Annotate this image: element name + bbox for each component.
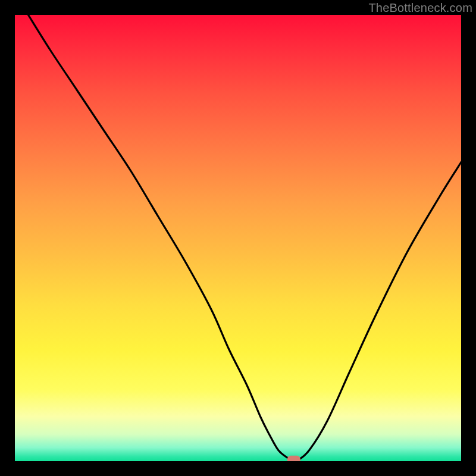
plot-area: [15, 15, 461, 461]
chart-stage: TheBottleneck.com: [0, 0, 476, 476]
watermark-text: TheBottleneck.com: [368, 1, 472, 15]
bottleneck-curve: [29, 15, 462, 461]
minimum-marker: [287, 456, 300, 461]
curve-layer: [15, 15, 461, 461]
